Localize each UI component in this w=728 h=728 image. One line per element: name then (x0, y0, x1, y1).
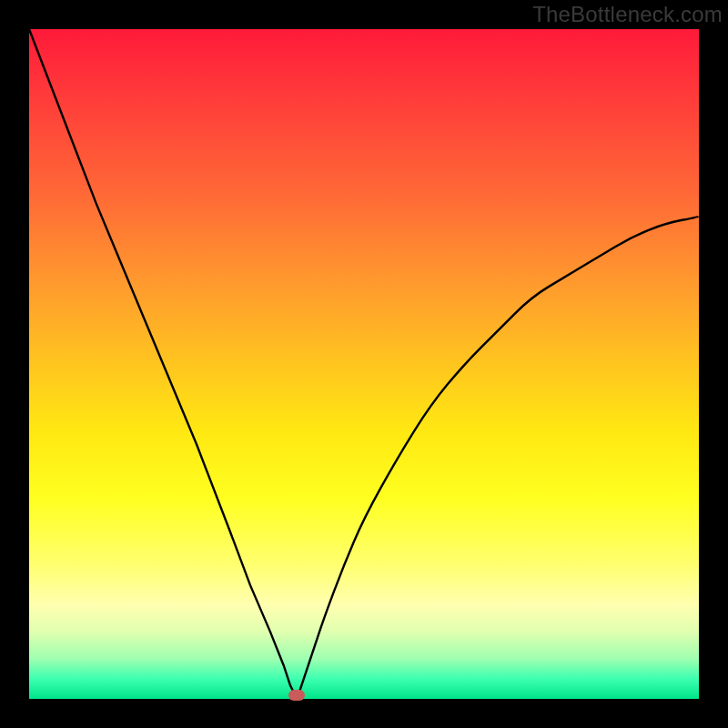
minimum-marker (288, 690, 305, 701)
curve-left-branch (29, 29, 297, 699)
watermark-text: TheBottleneck.com (532, 2, 723, 27)
chart-frame: TheBottleneck.com (0, 0, 728, 728)
curve-layer (29, 29, 699, 699)
curve-right-branch (297, 217, 699, 699)
